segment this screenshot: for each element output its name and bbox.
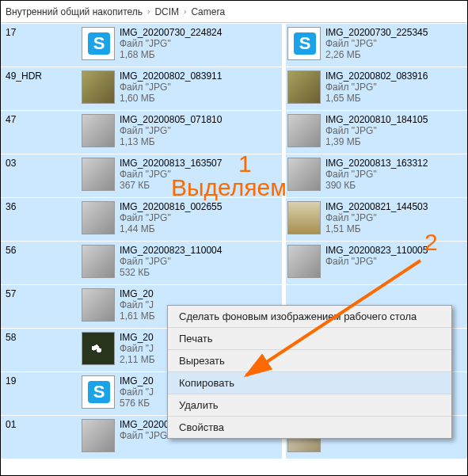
file-item[interactable]: IMG_20200813_163312Файл "JPG"390 КБ <box>286 154 467 197</box>
file-name: IMG_20200813_163312 <box>325 158 463 169</box>
file-name: IMG_20200802_083916 <box>325 70 463 82</box>
file-item-partial[interactable]: 49_HDR <box>1 67 80 110</box>
file-item-partial[interactable]: 17 <box>1 23 80 67</box>
file-size: 1,44 МБ <box>120 223 277 234</box>
menu-item-properties[interactable]: Свойства <box>168 417 451 438</box>
file-size: 1,51 МБ <box>325 223 463 234</box>
file-size: 1,65 МБ <box>325 93 463 104</box>
file-name-fragment: 19 <box>6 375 75 387</box>
file-thumbnail-icon <box>82 27 115 60</box>
file-name-fragment: 47 <box>6 114 75 125</box>
file-name: IMG_20200805_071810 <box>120 114 277 125</box>
file-item[interactable]: IMG_20200823_110004Файл "JPG"532 КБ <box>80 241 282 284</box>
file-type: Файл "JPG" <box>325 212 463 223</box>
file-item[interactable]: IMG_20200810_184105Файл "JPG"1,39 МБ <box>286 110 467 154</box>
file-type: Файл "JPG" <box>325 125 463 136</box>
file-size: 1,39 МБ <box>325 136 463 147</box>
file-size: 1,13 МБ <box>120 136 277 147</box>
file-explorer-view[interactable]: 1749_HDR4703365657581901 IMG_20200730_22… <box>1 23 467 476</box>
file-item-partial[interactable]: 57 <box>1 284 80 328</box>
file-name: IMG_20200821_144503 <box>325 201 463 212</box>
file-thumbnail-icon <box>287 158 321 191</box>
file-name-fragment: 17 <box>6 27 75 38</box>
file-name-fragment: 49_HDR <box>6 70 75 82</box>
file-thumbnail-icon <box>82 114 115 147</box>
file-item[interactable]: IMG_20200802_083916Файл "JPG"1,65 МБ <box>286 67 467 110</box>
file-item[interactable]: IMG_20200816_002655Файл "JPG"1,44 МБ <box>80 197 282 241</box>
file-item[interactable]: IMG_20200823_110005Файл "JPG" <box>286 241 467 284</box>
file-thumbnail-icon <box>287 114 321 147</box>
breadcrumb[interactable]: Внутренний общий накопитель › DCIM › Cam… <box>1 1 467 23</box>
menu-item-delete[interactable]: Удалить <box>168 394 451 417</box>
file-name: IMG_20200810_184105 <box>325 114 463 125</box>
file-thumbnail-icon <box>82 332 115 365</box>
file-item[interactable]: IMG_20200730_224824Файл "JPG"1,68 МБ <box>80 23 282 67</box>
file-type: Файл "JPG" <box>325 256 463 267</box>
breadcrumb-seg[interactable]: DCIM <box>154 6 179 17</box>
file-size: 367 КБ <box>120 180 277 191</box>
file-thumbnail-icon <box>287 245 321 278</box>
file-thumbnail-icon <box>82 245 115 278</box>
file-thumbnail-icon <box>82 158 115 191</box>
file-type: Файл "JPG" <box>120 38 277 49</box>
file-type: Файл "JPG" <box>120 169 277 180</box>
file-thumbnail-icon <box>82 201 115 234</box>
file-item[interactable]: IMG_20200813_163507Файл "JPG"367 КБ <box>80 154 282 197</box>
file-item-partial[interactable]: 03 <box>1 154 80 197</box>
file-name-fragment: 36 <box>6 201 75 212</box>
context-menu[interactable]: Сделать фоновым изображением рабочего ст… <box>167 305 452 439</box>
file-name: IMG_20200730_224824 <box>120 27 277 38</box>
file-type: Файл "JPG" <box>120 256 277 267</box>
file-item[interactable]: IMG_20200805_071810Файл "JPG"1,13 МБ <box>80 110 282 154</box>
breadcrumb-seg[interactable]: Внутренний общий накопитель <box>6 6 143 17</box>
file-type: Файл "JPG" <box>120 82 277 93</box>
file-item-partial[interactable]: 58 <box>1 328 80 371</box>
file-name-fragment: 03 <box>6 158 75 169</box>
file-thumbnail-icon <box>287 201 321 234</box>
file-item-partial[interactable]: 19 <box>1 371 80 415</box>
file-type: Файл "JPG" <box>325 82 463 93</box>
file-name: IMG_20200802_083911 <box>120 70 277 82</box>
file-item-partial[interactable]: 36 <box>1 197 80 241</box>
file-type: Файл "JPG" <box>325 169 463 180</box>
file-size: 2,26 МБ <box>325 49 463 60</box>
file-thumbnail-icon <box>287 27 321 60</box>
file-thumbnail-icon <box>287 70 321 104</box>
chevron-right-icon: › <box>184 7 186 16</box>
file-thumbnail-icon <box>82 70 115 104</box>
file-type: Файл "JPG" <box>325 38 463 49</box>
file-size: 1,60 МБ <box>120 93 277 104</box>
file-item[interactable]: IMG_20200821_144503Файл "JPG"1,51 МБ <box>286 197 467 241</box>
file-item[interactable]: IMG_20200730_225345Файл "JPG"2,26 МБ <box>286 23 467 67</box>
file-size: 1,68 МБ <box>120 49 277 60</box>
file-type: Файл "JPG" <box>120 125 277 136</box>
file-thumbnail-icon <box>82 375 115 409</box>
menu-item-cut[interactable]: Вырезать <box>168 350 451 372</box>
file-name-fragment: 56 <box>6 245 75 256</box>
breadcrumb-seg[interactable]: Camera <box>191 6 225 17</box>
file-item-partial[interactable]: 01 <box>1 415 80 459</box>
chevron-right-icon: › <box>147 7 150 16</box>
file-size: 532 КБ <box>120 267 277 278</box>
file-thumbnail-icon <box>82 419 115 452</box>
file-name: IMG_20200813_163507 <box>120 158 277 169</box>
file-name: IMG_20200730_225345 <box>325 27 463 38</box>
file-type: Файл "JPG" <box>120 212 277 223</box>
menu-item-print[interactable]: Печать <box>168 328 451 350</box>
file-name: IMG_20 <box>120 288 277 299</box>
file-name-fragment: 01 <box>6 419 75 430</box>
file-thumbnail-icon <box>82 288 115 322</box>
file-item[interactable]: IMG_20200802_083911Файл "JPG"1,60 МБ <box>80 67 282 110</box>
menu-item-copy[interactable]: Копировать <box>168 372 451 394</box>
file-size: 390 КБ <box>325 180 463 191</box>
file-name-fragment: 57 <box>6 288 75 299</box>
file-name: IMG_20200823_110004 <box>120 245 277 256</box>
file-name: IMG_20200816_002655 <box>120 201 277 212</box>
file-item-partial[interactable]: 47 <box>1 110 80 154</box>
file-name-fragment: 58 <box>6 332 75 343</box>
file-name: IMG_20200823_110005 <box>325 245 463 256</box>
file-item-partial[interactable]: 56 <box>1 241 80 284</box>
menu-item-set-wallpaper[interactable]: Сделать фоновым изображением рабочего ст… <box>168 306 451 328</box>
